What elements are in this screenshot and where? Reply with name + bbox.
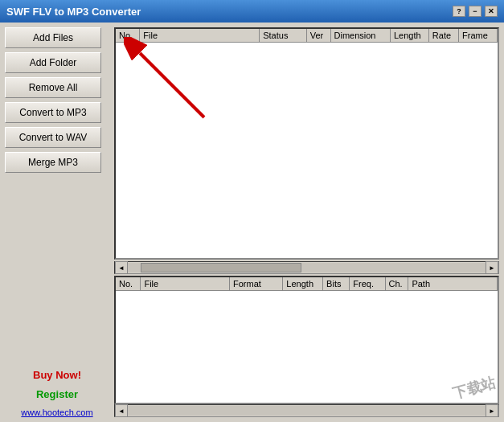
lower-col-file: File	[141, 277, 230, 291]
upper-col-frame: Frame	[459, 29, 498, 43]
remove-all-button[interactable]: Remove All	[5, 77, 101, 98]
hscroll-left-arrow[interactable]: ◄	[115, 261, 128, 274]
buy-now-link[interactable]: Buy Now!	[5, 369, 109, 381]
lower-table-container: No. File Format Length Bits Freq. Ch. Pa…	[114, 276, 499, 404]
sidebar-spacer	[5, 177, 109, 362]
close-button[interactable]: ✕	[485, 6, 498, 17]
website-link[interactable]: www.hootech.com	[5, 408, 109, 417]
upper-col-rate: Rate	[428, 29, 458, 43]
upper-table-hscrollbar[interactable]: ◄ ►	[114, 261, 499, 274]
window-content: Add Files Add Folder Remove All Convert …	[0, 23, 504, 422]
hscroll-right-arrow[interactable]: ►	[486, 261, 498, 274]
title-bar-buttons: ? − ✕	[453, 6, 498, 17]
help-button[interactable]: ?	[453, 6, 465, 17]
register-link[interactable]: Register	[5, 388, 109, 400]
bottom-hscroll-track	[128, 406, 486, 416]
upper-col-length: Length	[390, 29, 428, 43]
right-panel: No. File Status Ver Dimension Length Rat…	[114, 27, 499, 417]
lower-col-length: Length	[283, 277, 323, 291]
upper-col-status: Status	[260, 29, 307, 43]
minimize-button[interactable]: −	[469, 6, 481, 17]
upper-col-no: No.	[116, 29, 140, 43]
upper-col-file: File	[140, 29, 260, 43]
lower-col-bits: Bits	[323, 277, 350, 291]
title-bar: SWF FLV to MP3 Converter ? − ✕	[0, 0, 504, 23]
lower-col-path: Path	[408, 277, 498, 291]
upper-table: No. File Status Ver Dimension Length Rat…	[116, 29, 498, 43]
lower-col-freq: Freq.	[350, 277, 385, 291]
lower-table: No. File Format Length Bits Freq. Ch. Pa…	[116, 277, 498, 291]
arrow-indicator	[124, 37, 228, 133]
convert-wav-button[interactable]: Convert to WAV	[5, 127, 101, 148]
lower-col-no: No.	[116, 277, 141, 291]
lower-table-hscrollbar[interactable]: ◄ ►	[114, 404, 499, 417]
title-bar-title: SWF FLV to MP3 Converter	[6, 6, 141, 18]
merge-mp3-button[interactable]: Merge MP3	[5, 152, 101, 173]
hscroll-thumb[interactable]	[141, 263, 301, 272]
svg-line-1	[140, 53, 204, 117]
upper-col-ver: Ver	[306, 29, 330, 43]
convert-mp3-button[interactable]: Convert to MP3	[5, 102, 101, 123]
bottom-hscroll-right[interactable]: ►	[486, 404, 498, 417]
add-files-button[interactable]: Add Files	[5, 27, 101, 48]
add-folder-button[interactable]: Add Folder	[5, 52, 101, 73]
upper-table-container: No. File Status Ver Dimension Length Rat…	[114, 27, 499, 260]
lower-col-format: Format	[230, 277, 283, 291]
lower-col-ch: Ch.	[385, 277, 408, 291]
hscroll-track	[128, 263, 486, 272]
upper-col-dimension: Dimension	[330, 29, 390, 43]
sidebar: Add Files Add Folder Remove All Convert …	[5, 27, 109, 417]
bottom-hscroll-left[interactable]: ◄	[115, 404, 128, 417]
